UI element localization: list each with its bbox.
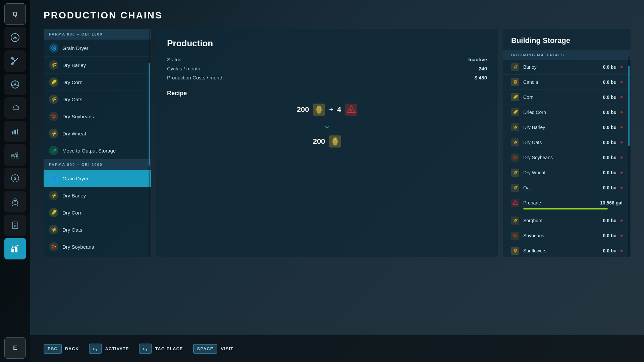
storage-amount-oat: 0.0 bu bbox=[603, 185, 616, 190]
production-panel: Production Status Inactive Cycles / mont… bbox=[156, 29, 498, 257]
storage-amount-canola: 0.0 bu bbox=[603, 79, 616, 85]
svg-point-1 bbox=[14, 37, 16, 39]
storage-dot-sorghum bbox=[621, 220, 623, 222]
sidebar-book-icon[interactable] bbox=[4, 215, 26, 236]
sidebar-stats-icon[interactable] bbox=[4, 121, 26, 142]
chains-scrollbar-thumb[interactable] bbox=[149, 63, 150, 166]
svg-line-3 bbox=[12, 58, 15, 61]
svg-point-7 bbox=[14, 83, 16, 85]
visit-action[interactable]: SPACE VISIT bbox=[193, 344, 233, 354]
svg-rect-11 bbox=[12, 131, 13, 134]
propane-main-row: Propane 10,566 gal bbox=[511, 199, 623, 207]
chain-label-dry-corn-2: Dry Corn bbox=[62, 210, 83, 216]
sidebar-steering-icon[interactable] bbox=[4, 74, 26, 95]
chain-item-grain-dryer-2[interactable]: 🌀 Grain Dryer bbox=[44, 170, 151, 187]
svg-rect-13 bbox=[17, 129, 18, 134]
costs-label: Production Costs / month bbox=[167, 75, 223, 80]
chain-icon-dry-barley-2: 🌾 bbox=[49, 191, 58, 200]
storage-dot-sunflowers bbox=[621, 250, 623, 252]
tag-place-label: TAG PLACE bbox=[155, 346, 183, 351]
page-title: PRODUCTION CHAINS bbox=[44, 10, 631, 21]
chain-item-dry-barley-2[interactable]: 🌾 Dry Barley bbox=[44, 187, 151, 204]
storage-item-dried-corn: 🌽 Dried Corn 0.0 bu bbox=[503, 105, 631, 120]
chain-label-dry-oats-2: Dry Oats bbox=[62, 227, 82, 233]
storage-amount-barley: 0.0 bu bbox=[603, 64, 616, 70]
storage-icon-sunflowers: 🌻 bbox=[511, 247, 519, 255]
storage-name-dry-wheat: Dry Wheat bbox=[523, 170, 599, 175]
storage-icon-barley: 🌾 bbox=[511, 63, 519, 71]
svg-rect-27 bbox=[11, 249, 14, 252]
activate-action[interactable]: ACTIVATE bbox=[89, 344, 129, 354]
svg-point-20 bbox=[14, 199, 16, 201]
storage-dot-dried-corn bbox=[621, 111, 623, 113]
storage-amount-corn: 0.0 bu bbox=[603, 95, 616, 100]
propane-bar bbox=[523, 208, 608, 209]
enter-key-tag bbox=[139, 344, 152, 354]
svg-line-22 bbox=[17, 204, 18, 206]
bottom-bar: ESC BACK ACTIVATE TAG PLACE SPACE VISIT bbox=[30, 335, 644, 362]
recipe-output-grain-icon bbox=[329, 135, 341, 147]
storage-icon-oat: 🌾 bbox=[511, 184, 519, 192]
chain-icon-grain-dryer-1: 🌀 bbox=[49, 43, 58, 53]
chain-item-grain-dryer-1[interactable]: 🌀 Grain Dryer bbox=[44, 40, 151, 57]
production-title: Production bbox=[167, 38, 487, 49]
back-label: BACK bbox=[65, 346, 79, 351]
tag-place-action[interactable]: TAG PLACE bbox=[139, 344, 183, 354]
storage-icon-dry-soybeans: 🫘 bbox=[511, 154, 519, 162]
storage-dot-corn bbox=[621, 96, 623, 98]
chain-icon-dry-soybeans-1: 🫘 bbox=[49, 112, 58, 121]
chain-item-dry-barley-1[interactable]: 🌾 Dry Barley bbox=[44, 57, 151, 74]
recipe-input-row: 200 + 4 bbox=[297, 104, 358, 116]
status-value: Inactive bbox=[468, 57, 487, 62]
storage-item-sunflowers: 🌻 Sunflowers 0.0 bu bbox=[503, 243, 631, 257]
chain-item-dry-wheat-1[interactable]: 🌾 Dry Wheat bbox=[44, 125, 151, 142]
svg-line-21 bbox=[12, 204, 13, 206]
recipe-output-row: 200 bbox=[313, 135, 341, 147]
storage-section-header: INCOMING MATERIALS bbox=[503, 50, 631, 60]
storage-name-oat: Oat bbox=[523, 185, 599, 190]
chain-item-dry-oats-1[interactable]: 🌾 Dry Oats bbox=[44, 91, 151, 108]
chain-label-grain-dryer-2: Grain Dryer bbox=[62, 176, 89, 181]
sidebar-money-icon[interactable]: $ bbox=[4, 168, 26, 189]
sidebar-tractor-icon[interactable] bbox=[4, 144, 26, 166]
group-header-2: FARMA 800 + OBI 1000 bbox=[44, 159, 151, 170]
storage-item-sorghum: 🌾 Sorghum 0.0 bu bbox=[503, 213, 631, 228]
sidebar-production-icon[interactable] bbox=[4, 238, 26, 259]
storage-icon-canola: 🌻 bbox=[511, 78, 519, 86]
sidebar-animals-icon[interactable] bbox=[4, 191, 26, 213]
storage-amount-soybeans: 0.0 bu bbox=[603, 233, 616, 238]
chain-item-move-output-1[interactable]: ↗ Move to Output Storage bbox=[44, 142, 151, 159]
svg-text:P: P bbox=[350, 109, 353, 112]
svg-line-9 bbox=[12, 85, 14, 86]
recipe-area: 200 + 4 bbox=[167, 104, 487, 147]
sidebar-cut-icon[interactable] bbox=[4, 50, 26, 72]
storage-amount-dry-wheat: 0.0 bu bbox=[603, 170, 616, 175]
svg-text:$: $ bbox=[14, 176, 16, 181]
chain-icon-move-output-1: ↗ bbox=[49, 146, 58, 155]
back-action[interactable]: ESC BACK bbox=[44, 344, 79, 354]
svg-point-19 bbox=[12, 200, 18, 204]
storage-scrollbar-thumb[interactable] bbox=[628, 66, 630, 146]
chain-icon-dry-oats-1: 🌾 bbox=[49, 95, 58, 104]
sidebar-e-key[interactable]: E bbox=[4, 337, 26, 359]
chain-icon-dry-soybeans-2: 🫘 bbox=[49, 242, 58, 251]
storage-name-barley: Barley bbox=[523, 64, 599, 70]
sidebar-q-key[interactable]: Q bbox=[4, 3, 26, 25]
storage-panel: Building Storage INCOMING MATERIALS 🌾 Ba… bbox=[503, 29, 631, 257]
chain-item-dry-oats-2[interactable]: 🌾 Dry Oats bbox=[44, 221, 151, 238]
chain-item-dry-corn-1[interactable]: 🌽 Dry Corn bbox=[44, 74, 151, 91]
chain-item-dry-soybeans-2[interactable]: 🫘 Dry Soybeans bbox=[44, 238, 151, 255]
storage-item-dry-barley: 🌾 Dry Barley 0.0 bu bbox=[503, 120, 631, 135]
chain-item-dry-corn-2[interactable]: 🌽 Dry Corn bbox=[44, 204, 151, 221]
chain-label-dry-barley-1: Dry Barley bbox=[62, 62, 86, 68]
recipe-add-amount: 4 bbox=[337, 105, 341, 114]
chain-label-dry-soybeans-1: Dry Soybeans bbox=[62, 114, 94, 119]
sidebar-weather-icon[interactable] bbox=[4, 97, 26, 119]
storage-name-sunflowers: Sunflowers bbox=[523, 248, 599, 253]
status-label: Status bbox=[167, 57, 181, 62]
chain-item-dry-soybeans-1[interactable]: 🫘 Dry Soybeans bbox=[44, 108, 151, 125]
chain-label-dry-corn-1: Dry Corn bbox=[62, 79, 83, 85]
chain-item-dry-wheat-2[interactable]: 🌾 Dry Wheat bbox=[44, 255, 151, 257]
storage-name-corn: Corn bbox=[523, 95, 599, 100]
sidebar-farm-icon[interactable] bbox=[4, 27, 26, 48]
